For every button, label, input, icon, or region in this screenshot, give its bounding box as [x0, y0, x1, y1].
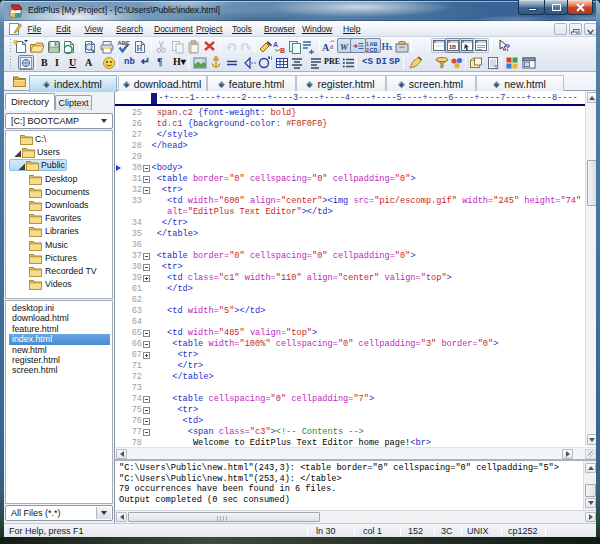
svg-text:H: H	[136, 44, 142, 53]
svg-text:1B: 1B	[449, 44, 456, 50]
svg-text:W: W	[340, 41, 349, 51]
svg-text:A: A	[273, 41, 278, 48]
svg-text:a: a	[330, 42, 334, 51]
svg-text:x: x	[389, 43, 393, 52]
svg-text:B: B	[280, 47, 285, 54]
svg-text:A: A	[322, 42, 330, 53]
svg-text:CD: CD	[370, 46, 378, 52]
svg-text:?: ?	[505, 42, 510, 53]
